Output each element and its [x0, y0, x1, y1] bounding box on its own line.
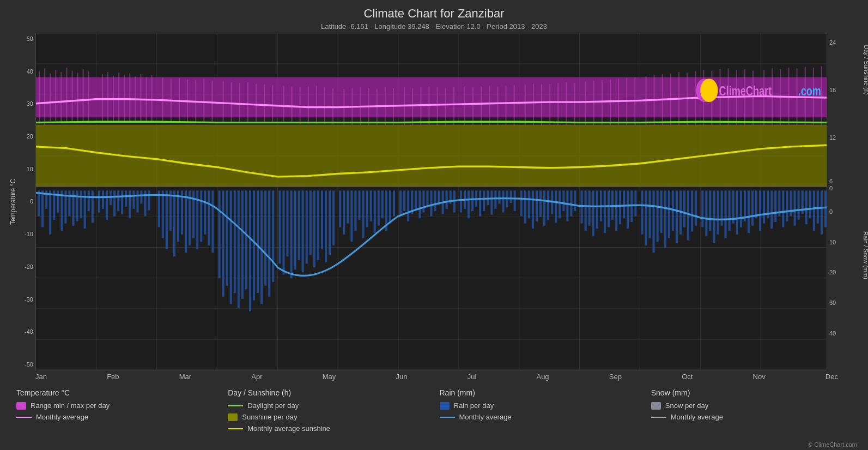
- svg-rect-142: [88, 190, 90, 211]
- right-axis-rain-label: Rain / Snow (mm): [863, 231, 868, 279]
- svg-rect-214: [381, 190, 384, 218]
- legend-snow-day-label: Snow per day: [665, 401, 709, 410]
- legend-rain-day-label: Rain per day: [454, 401, 494, 410]
- svg-rect-311: [770, 190, 773, 229]
- svg-rect-38: [83, 69, 84, 123]
- svg-rect-303: [740, 190, 742, 227]
- legend-temp-avg-label: Monthly average: [36, 413, 88, 421]
- svg-rect-243: [498, 190, 500, 203]
- x-month-may: May: [323, 373, 336, 381]
- svg-rect-96: [557, 83, 559, 125]
- svg-rect-259: [562, 190, 564, 211]
- svg-rect-270: [608, 190, 610, 227]
- svg-rect-277: [634, 190, 636, 216]
- svg-rect-196: [309, 190, 312, 255]
- svg-rect-267: [596, 190, 598, 229]
- x-month-aug: Aug: [536, 373, 549, 381]
- svg-rect-260: [566, 190, 568, 221]
- daylight-line: [228, 405, 243, 406]
- svg-rect-312: [774, 190, 776, 222]
- snow-avg-line: [651, 417, 666, 418]
- svg-rect-209: [362, 190, 365, 238]
- svg-rect-284: [664, 190, 666, 248]
- svg-rect-254: [543, 190, 545, 225]
- svg-rect-198: [317, 190, 319, 260]
- svg-rect-230: [446, 190, 448, 209]
- svg-rect-210: [366, 190, 368, 227]
- legend-rain-title: Rain (mm): [440, 388, 640, 397]
- svg-rect-300: [729, 190, 731, 231]
- chart-title: Climate Chart for Zanzibar: [0, 7, 868, 21]
- svg-rect-178: [238, 190, 240, 308]
- svg-rect-281: [653, 190, 655, 253]
- svg-rect-140: [80, 190, 82, 218]
- svg-rect-205: [347, 190, 349, 223]
- svg-rect-283: [660, 190, 663, 233]
- svg-rect-60: [247, 82, 248, 123]
- svg-rect-99: [585, 82, 586, 125]
- svg-rect-276: [630, 190, 633, 222]
- legend-sunshine-avg: Monthly average sunshine: [228, 424, 428, 433]
- svg-rect-302: [736, 190, 738, 234]
- legend-sunshine: Day / Sunshine (h) Daylight per day Suns…: [222, 386, 434, 438]
- chart-svg: ClimeChart .com ClimeChart .com: [36, 33, 827, 370]
- svg-point-331: [700, 79, 718, 102]
- svg-rect-43: [118, 73, 119, 121]
- svg-rect-94: [541, 85, 542, 125]
- rain-swatch: [440, 402, 450, 410]
- svg-rect-64: [283, 86, 284, 123]
- svg-rect-63: [272, 85, 273, 123]
- svg-rect-162: [173, 190, 175, 256]
- svg-rect-197: [313, 190, 315, 267]
- svg-rect-171: [208, 190, 210, 245]
- svg-rect-274: [623, 190, 625, 218]
- x-month-feb: Feb: [107, 373, 119, 381]
- svg-rect-55: [203, 79, 204, 122]
- svg-rect-103: [618, 79, 619, 125]
- x-month-sep: Sep: [609, 373, 622, 381]
- legend-rain: Rain (mm) Rain per day Monthly average: [434, 386, 646, 438]
- svg-rect-320: [805, 190, 808, 224]
- svg-rect-295: [709, 190, 711, 231]
- svg-rect-238: [479, 190, 481, 216]
- legend-snow-title: Snow (mm): [651, 388, 852, 397]
- svg-rect-316: [790, 190, 792, 216]
- svg-rect-217: [393, 190, 395, 216]
- svg-rect-132: [49, 190, 51, 234]
- sunshine-avg-line: [228, 428, 243, 429]
- legend-snow-avg: Monthly average: [651, 413, 852, 421]
- svg-rect-305: [748, 190, 750, 233]
- svg-rect-86: [472, 87, 474, 125]
- svg-rect-298: [721, 190, 723, 225]
- svg-rect-200: [325, 190, 327, 262]
- svg-rect-175: [226, 190, 228, 285]
- svg-rect-89: [497, 87, 498, 125]
- svg-rect-83: [445, 88, 446, 125]
- svg-rect-269: [604, 190, 606, 233]
- svg-rect-306: [751, 190, 754, 225]
- svg-rect-147: [110, 190, 112, 205]
- svg-rect-93: [533, 84, 534, 125]
- svg-rect-250: [528, 190, 530, 218]
- svg-rect-155: [140, 190, 142, 203]
- legend-snow-day: Snow per day: [651, 401, 852, 410]
- svg-rect-201: [329, 190, 331, 255]
- svg-rect-160: [166, 190, 168, 249]
- svg-rect-309: [763, 190, 765, 223]
- svg-rect-91: [514, 85, 515, 125]
- svg-rect-174: [222, 190, 224, 296]
- svg-rect-88: [489, 86, 490, 125]
- svg-rect-292: [695, 190, 697, 225]
- svg-rect-47: [140, 74, 141, 122]
- svg-rect-291: [691, 190, 693, 231]
- svg-rect-244: [502, 190, 504, 212]
- svg-rect-145: [102, 190, 104, 209]
- svg-rect-261: [570, 190, 572, 216]
- svg-rect-183: [257, 190, 259, 293]
- svg-rect-163: [177, 190, 179, 242]
- svg-rect-184: [260, 190, 263, 304]
- legend-temp-avg: Monthly average: [16, 413, 217, 421]
- svg-rect-40: [102, 74, 103, 122]
- svg-rect-247: [514, 190, 516, 211]
- svg-rect-275: [627, 190, 629, 229]
